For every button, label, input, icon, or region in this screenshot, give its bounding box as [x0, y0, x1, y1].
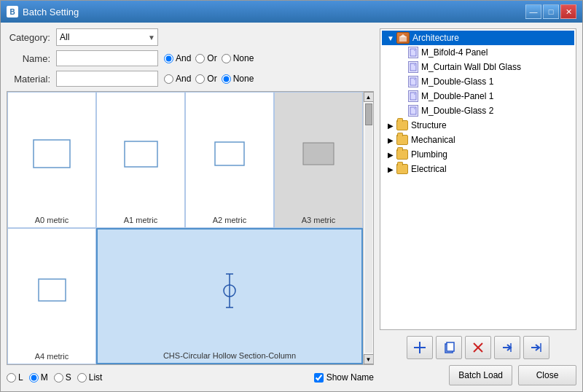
- close-button[interactable]: Close: [518, 365, 576, 385]
- delete-button[interactable]: [465, 336, 491, 359]
- material-or-radio[interactable]: Or: [195, 74, 216, 84]
- show-name-checkbox[interactable]: [314, 373, 324, 383]
- material-and-radio[interactable]: And: [164, 74, 191, 84]
- show-name-checkbox-label[interactable]: Show Name: [314, 372, 374, 383]
- export-icon: [500, 340, 514, 355]
- right-panel: ▼ Architecture: [380, 28, 576, 385]
- size-list-radio[interactable]: List: [77, 372, 103, 383]
- thumbnail-scrollbar[interactable]: ▲ ▼: [363, 92, 373, 364]
- category-select[interactable]: All: [56, 28, 158, 46]
- batch-load-button[interactable]: Batch Load: [449, 365, 512, 385]
- scroll-thumb[interactable]: [365, 103, 372, 125]
- tree-item-architecture[interactable]: ▼ Architecture: [382, 31, 574, 118]
- thumbnail-a0[interactable]: A0 metric: [7, 92, 96, 228]
- tree-item-curtain[interactable]: M_Curtain Wall Dbl Glass: [394, 60, 574, 74]
- content-area: Category: All ▼ Name: And Or: [1, 23, 582, 391]
- add-icon: [412, 340, 427, 355]
- add-button[interactable]: [407, 336, 433, 359]
- left-panel: Category: All ▼ Name: And Or: [7, 28, 374, 385]
- file-svg: [410, 48, 417, 57]
- a3-svg: [300, 141, 337, 168]
- name-input[interactable]: [56, 50, 158, 66]
- thumbnail-a2[interactable]: A2 metric: [185, 92, 274, 228]
- expand-structure-btn[interactable]: ▶: [385, 119, 396, 131]
- expand-mechanical-btn[interactable]: ▶: [385, 134, 396, 146]
- svg-rect-13: [410, 93, 416, 100]
- tree-item-mechanical[interactable]: ▶ Mechanical: [382, 133, 574, 147]
- name-or-radio[interactable]: Or: [195, 53, 216, 63]
- svg-rect-3: [303, 143, 334, 165]
- thumbnail-chs[interactable]: CHS-Circular Hollow Section-Column: [96, 228, 363, 364]
- size-m-radio[interactable]: M: [29, 372, 48, 383]
- architecture-icon: [396, 32, 410, 44]
- arch-svg: [399, 34, 407, 42]
- a2-svg: [211, 140, 248, 169]
- electrical-folder-icon: [396, 164, 408, 174]
- material-row: Material: And Or None: [7, 71, 374, 87]
- tree-item-double-glass1[interactable]: M_Double-Glass 1: [394, 74, 574, 89]
- title-buttons: — □ ✕: [525, 4, 576, 19]
- tree-item-double-glass2[interactable]: M_Double-Glass 2: [394, 103, 574, 118]
- copy-icon: [442, 340, 456, 355]
- export-button[interactable]: [494, 336, 520, 359]
- thumbnail-a1[interactable]: A1 metric: [96, 92, 185, 228]
- tree-item-double-panel[interactable]: M_Double-Panel 1: [394, 89, 574, 103]
- material-radio-group: And Or None: [164, 74, 254, 84]
- curtain-spacer: [396, 61, 408, 73]
- scroll-up-btn[interactable]: ▲: [364, 92, 374, 102]
- name-and-radio[interactable]: And: [164, 53, 191, 63]
- tree-view[interactable]: ▼ Architecture: [380, 28, 576, 330]
- dg2-label: M_Double-Glass 2: [421, 106, 493, 116]
- tree-item-plumbing[interactable]: ▶ Plumbing: [382, 147, 574, 162]
- thumbnail-a3[interactable]: A3 metric: [274, 92, 363, 228]
- thumbnail-a2-label: A2 metric: [213, 216, 246, 224]
- name-none-radio[interactable]: None: [222, 53, 254, 63]
- curtain-label: M_Curtain Wall Dbl Glass: [421, 62, 521, 72]
- svg-rect-11: [410, 63, 416, 71]
- material-none-radio[interactable]: None: [222, 74, 254, 84]
- bifold-spacer: [396, 47, 408, 58]
- show-name-label: Show Name: [326, 372, 374, 383]
- expand-electrical-btn[interactable]: ▶: [385, 163, 396, 175]
- dg1-label: M_Double-Glass 1: [421, 77, 493, 87]
- maximize-button[interactable]: □: [543, 4, 559, 19]
- size-l-radio[interactable]: L: [7, 372, 23, 383]
- dg1-file-icon: [408, 76, 418, 87]
- svg-rect-14: [410, 107, 416, 114]
- window-close-button[interactable]: ✕: [560, 4, 576, 19]
- expand-plumbing-btn[interactable]: ▶: [385, 149, 396, 160]
- window-title: Batch Setting: [23, 7, 79, 17]
- delete-icon: [471, 340, 485, 355]
- scroll-down-btn[interactable]: ▼: [364, 354, 374, 364]
- thumbnail-a1-preview: [100, 95, 181, 213]
- tree-item-structure[interactable]: ▶ Structure: [382, 118, 574, 133]
- size-s-radio[interactable]: S: [54, 372, 71, 383]
- material-input[interactable]: [56, 71, 158, 87]
- thumbnail-a1-label: A1 metric: [124, 216, 157, 224]
- import-icon: [529, 340, 544, 355]
- tree-item-electrical[interactable]: ▶ Electrical: [382, 162, 574, 176]
- minimize-button[interactable]: —: [525, 4, 541, 19]
- main-window: B Batch Setting — □ ✕ Category: All ▼: [0, 0, 583, 392]
- thumbnail-a0-label: A0 metric: [35, 216, 69, 224]
- tree-item-bifold[interactable]: M_Bifold-4 Panel: [394, 45, 574, 60]
- curtain-file-icon: [408, 61, 418, 73]
- electrical-label: Electrical: [411, 164, 447, 174]
- dg2-svg: [410, 106, 417, 115]
- plumbing-label: Plumbing: [411, 149, 447, 160]
- dg1-svg: [410, 77, 417, 86]
- toolbar-row: [380, 334, 576, 361]
- thumbnail-a3-preview: [278, 95, 359, 213]
- copy-button[interactable]: [436, 336, 462, 359]
- import-button[interactable]: [523, 336, 549, 359]
- thumbnail-a4[interactable]: A4 metric: [7, 228, 96, 364]
- action-row: Batch Load Close: [380, 365, 576, 385]
- svg-rect-10: [410, 49, 416, 56]
- expand-architecture-btn[interactable]: ▼: [385, 32, 396, 44]
- name-radio-group: And Or None: [164, 53, 254, 63]
- window-icon: B: [7, 6, 18, 17]
- thumbnail-area: A0 metric A1 metric: [7, 91, 374, 365]
- bifold-label: M_Bifold-4 Panel: [421, 47, 488, 58]
- scroll-track: [365, 103, 372, 353]
- tree-row-architecture[interactable]: ▼ Architecture: [382, 31, 574, 45]
